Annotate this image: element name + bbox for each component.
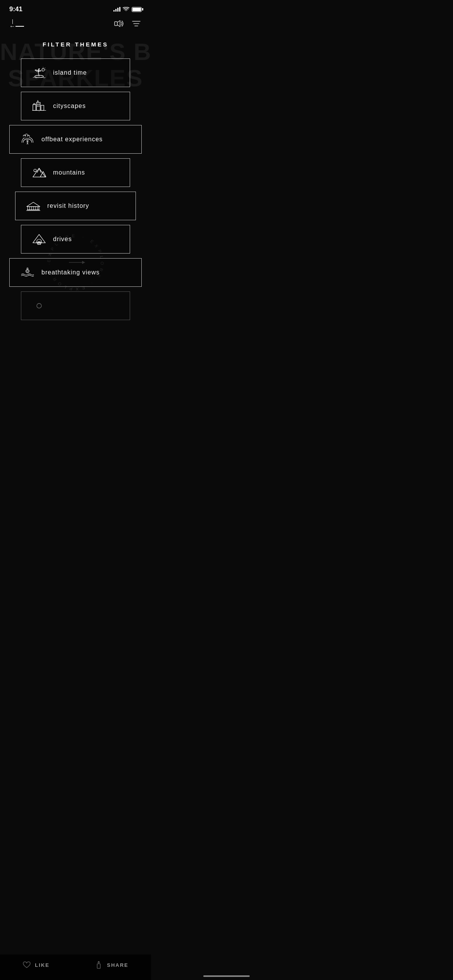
theme-button-drives[interactable]: drives <box>21 225 130 254</box>
signal-icon <box>113 7 120 12</box>
drives-label: drives <box>53 236 72 243</box>
status-icons <box>113 7 142 12</box>
drives-icon <box>32 232 46 246</box>
breathtaking-views-label: breathtaking views <box>41 269 100 276</box>
back-button[interactable]: ← <box>9 19 24 29</box>
themes-container: island time citysc <box>0 58 151 367</box>
volume-button[interactable] <box>114 19 125 29</box>
battery-icon <box>132 7 142 12</box>
svg-point-37 <box>34 169 36 172</box>
theme-button-offbeat-experiences[interactable]: offbeat experiences <box>9 125 142 154</box>
svg-rect-20 <box>39 104 39 105</box>
svg-rect-18 <box>41 105 44 110</box>
status-bar: 9:41 <box>0 0 151 16</box>
svg-rect-28 <box>23 136 29 138</box>
svg-line-11 <box>45 68 45 68</box>
theme-button-hidden[interactable] <box>21 291 130 320</box>
svg-marker-47 <box>33 235 45 243</box>
svg-point-9 <box>42 69 45 71</box>
hidden-icon <box>32 299 46 313</box>
svg-point-54 <box>27 268 28 269</box>
offbeat-experiences-icon <box>21 132 34 146</box>
theme-button-breathtaking-views[interactable]: breathtaking views <box>9 258 142 287</box>
svg-rect-13 <box>33 105 36 110</box>
svg-line-34 <box>27 143 28 144</box>
svg-point-30 <box>27 140 28 141</box>
svg-point-56 <box>37 303 41 308</box>
island-time-icon <box>32 66 46 80</box>
theme-button-island-time[interactable]: island time <box>21 58 130 87</box>
mountains-label: mountains <box>53 169 85 176</box>
status-time: 9:41 <box>9 5 22 13</box>
filter-button[interactable] <box>131 19 142 29</box>
theme-button-cityscapes[interactable]: cityscapes <box>21 92 130 120</box>
svg-rect-22 <box>39 106 39 106</box>
theme-button-mountains[interactable]: mountains <box>21 158 130 187</box>
svg-rect-38 <box>27 207 39 210</box>
top-nav: ← <box>0 16 151 34</box>
page-title: FILTER THEMES <box>0 41 151 48</box>
revisit-history-label: revisit history <box>47 202 89 209</box>
svg-rect-21 <box>37 106 38 106</box>
wifi-icon <box>123 7 129 12</box>
nav-right <box>114 19 142 29</box>
svg-rect-14 <box>34 103 35 105</box>
svg-rect-16 <box>37 101 38 103</box>
svg-rect-19 <box>37 104 38 105</box>
theme-button-revisit-history[interactable]: revisit history <box>15 192 136 220</box>
breathtaking-views-icon <box>21 266 34 279</box>
svg-point-24 <box>39 111 39 112</box>
cityscapes-label: cityscapes <box>53 103 86 110</box>
svg-rect-15 <box>36 103 40 111</box>
svg-rect-3 <box>115 22 117 26</box>
revisit-history-icon <box>26 199 40 213</box>
mountains-icon <box>32 166 46 180</box>
island-time-label: island time <box>53 69 87 76</box>
svg-point-52 <box>26 269 29 273</box>
offbeat-experiences-label: offbeat experiences <box>41 136 103 143</box>
svg-point-53 <box>27 270 28 272</box>
svg-marker-44 <box>27 202 40 207</box>
cityscapes-icon <box>32 99 46 113</box>
